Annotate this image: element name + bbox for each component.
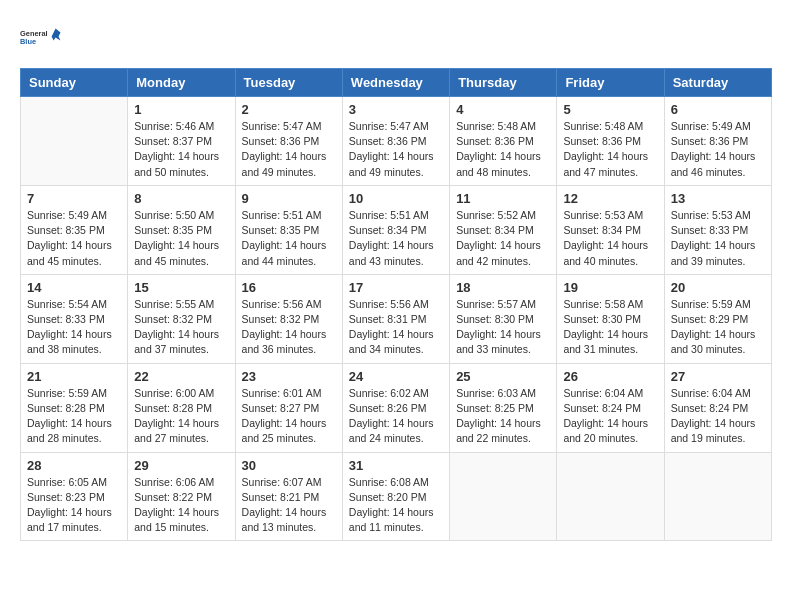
day-number: 26: [563, 369, 657, 384]
calendar-week-1: 1Sunrise: 5:46 AM Sunset: 8:37 PM Daylig…: [21, 97, 772, 186]
calendar-cell: 26Sunrise: 6:04 AM Sunset: 8:24 PM Dayli…: [557, 363, 664, 452]
day-number: 18: [456, 280, 550, 295]
day-info: Sunrise: 5:51 AM Sunset: 8:34 PM Dayligh…: [349, 208, 443, 269]
calendar-header-thursday: Thursday: [450, 69, 557, 97]
day-number: 9: [242, 191, 336, 206]
day-info: Sunrise: 5:57 AM Sunset: 8:30 PM Dayligh…: [456, 297, 550, 358]
day-info: Sunrise: 5:56 AM Sunset: 8:32 PM Dayligh…: [242, 297, 336, 358]
day-info: Sunrise: 6:03 AM Sunset: 8:25 PM Dayligh…: [456, 386, 550, 447]
day-info: Sunrise: 5:53 AM Sunset: 8:33 PM Dayligh…: [671, 208, 765, 269]
calendar-cell: 16Sunrise: 5:56 AM Sunset: 8:32 PM Dayli…: [235, 274, 342, 363]
day-info: Sunrise: 5:50 AM Sunset: 8:35 PM Dayligh…: [134, 208, 228, 269]
day-info: Sunrise: 5:49 AM Sunset: 8:36 PM Dayligh…: [671, 119, 765, 180]
logo-svg: General Blue: [20, 16, 62, 58]
day-number: 8: [134, 191, 228, 206]
svg-text:Blue: Blue: [20, 37, 36, 46]
day-info: Sunrise: 6:04 AM Sunset: 8:24 PM Dayligh…: [671, 386, 765, 447]
day-info: Sunrise: 5:52 AM Sunset: 8:34 PM Dayligh…: [456, 208, 550, 269]
day-number: 12: [563, 191, 657, 206]
day-info: Sunrise: 6:02 AM Sunset: 8:26 PM Dayligh…: [349, 386, 443, 447]
day-number: 24: [349, 369, 443, 384]
calendar-cell: 21Sunrise: 5:59 AM Sunset: 8:28 PM Dayli…: [21, 363, 128, 452]
day-number: 25: [456, 369, 550, 384]
day-number: 2: [242, 102, 336, 117]
day-info: Sunrise: 5:47 AM Sunset: 8:36 PM Dayligh…: [349, 119, 443, 180]
day-number: 7: [27, 191, 121, 206]
day-info: Sunrise: 5:47 AM Sunset: 8:36 PM Dayligh…: [242, 119, 336, 180]
day-info: Sunrise: 5:59 AM Sunset: 8:29 PM Dayligh…: [671, 297, 765, 358]
day-info: Sunrise: 6:06 AM Sunset: 8:22 PM Dayligh…: [134, 475, 228, 536]
calendar-cell: 17Sunrise: 5:56 AM Sunset: 8:31 PM Dayli…: [342, 274, 449, 363]
calendar-cell: 3Sunrise: 5:47 AM Sunset: 8:36 PM Daylig…: [342, 97, 449, 186]
calendar-cell: 6Sunrise: 5:49 AM Sunset: 8:36 PM Daylig…: [664, 97, 771, 186]
day-info: Sunrise: 5:51 AM Sunset: 8:35 PM Dayligh…: [242, 208, 336, 269]
day-number: 31: [349, 458, 443, 473]
calendar-cell: 15Sunrise: 5:55 AM Sunset: 8:32 PM Dayli…: [128, 274, 235, 363]
day-info: Sunrise: 6:08 AM Sunset: 8:20 PM Dayligh…: [349, 475, 443, 536]
calendar-header-wednesday: Wednesday: [342, 69, 449, 97]
calendar-cell: 25Sunrise: 6:03 AM Sunset: 8:25 PM Dayli…: [450, 363, 557, 452]
calendar-cell: 11Sunrise: 5:52 AM Sunset: 8:34 PM Dayli…: [450, 185, 557, 274]
day-info: Sunrise: 6:04 AM Sunset: 8:24 PM Dayligh…: [563, 386, 657, 447]
day-number: 6: [671, 102, 765, 117]
day-number: 4: [456, 102, 550, 117]
day-info: Sunrise: 6:07 AM Sunset: 8:21 PM Dayligh…: [242, 475, 336, 536]
calendar-header-saturday: Saturday: [664, 69, 771, 97]
day-info: Sunrise: 5:48 AM Sunset: 8:36 PM Dayligh…: [456, 119, 550, 180]
calendar-table: SundayMondayTuesdayWednesdayThursdayFrid…: [20, 68, 772, 541]
calendar-cell: 10Sunrise: 5:51 AM Sunset: 8:34 PM Dayli…: [342, 185, 449, 274]
day-number: 15: [134, 280, 228, 295]
calendar-cell: 14Sunrise: 5:54 AM Sunset: 8:33 PM Dayli…: [21, 274, 128, 363]
day-number: 13: [671, 191, 765, 206]
calendar-cell: 28Sunrise: 6:05 AM Sunset: 8:23 PM Dayli…: [21, 452, 128, 541]
calendar-cell: 20Sunrise: 5:59 AM Sunset: 8:29 PM Dayli…: [664, 274, 771, 363]
header: General Blue: [20, 16, 772, 58]
calendar-header-row: SundayMondayTuesdayWednesdayThursdayFrid…: [21, 69, 772, 97]
calendar-week-4: 21Sunrise: 5:59 AM Sunset: 8:28 PM Dayli…: [21, 363, 772, 452]
calendar-cell: 12Sunrise: 5:53 AM Sunset: 8:34 PM Dayli…: [557, 185, 664, 274]
day-number: 3: [349, 102, 443, 117]
day-info: Sunrise: 5:58 AM Sunset: 8:30 PM Dayligh…: [563, 297, 657, 358]
calendar-week-2: 7Sunrise: 5:49 AM Sunset: 8:35 PM Daylig…: [21, 185, 772, 274]
day-info: Sunrise: 6:05 AM Sunset: 8:23 PM Dayligh…: [27, 475, 121, 536]
calendar-week-3: 14Sunrise: 5:54 AM Sunset: 8:33 PM Dayli…: [21, 274, 772, 363]
day-number: 30: [242, 458, 336, 473]
calendar-cell: [450, 452, 557, 541]
calendar-cell: 9Sunrise: 5:51 AM Sunset: 8:35 PM Daylig…: [235, 185, 342, 274]
day-number: 10: [349, 191, 443, 206]
day-number: 28: [27, 458, 121, 473]
calendar-header-friday: Friday: [557, 69, 664, 97]
calendar-header-sunday: Sunday: [21, 69, 128, 97]
day-info: Sunrise: 5:56 AM Sunset: 8:31 PM Dayligh…: [349, 297, 443, 358]
day-number: 20: [671, 280, 765, 295]
calendar-cell: 13Sunrise: 5:53 AM Sunset: 8:33 PM Dayli…: [664, 185, 771, 274]
calendar-cell: 7Sunrise: 5:49 AM Sunset: 8:35 PM Daylig…: [21, 185, 128, 274]
day-info: Sunrise: 5:48 AM Sunset: 8:36 PM Dayligh…: [563, 119, 657, 180]
calendar-cell: 31Sunrise: 6:08 AM Sunset: 8:20 PM Dayli…: [342, 452, 449, 541]
calendar-cell: 23Sunrise: 6:01 AM Sunset: 8:27 PM Dayli…: [235, 363, 342, 452]
calendar-cell: 27Sunrise: 6:04 AM Sunset: 8:24 PM Dayli…: [664, 363, 771, 452]
calendar-cell: 1Sunrise: 5:46 AM Sunset: 8:37 PM Daylig…: [128, 97, 235, 186]
calendar-cell: 4Sunrise: 5:48 AM Sunset: 8:36 PM Daylig…: [450, 97, 557, 186]
day-info: Sunrise: 6:00 AM Sunset: 8:28 PM Dayligh…: [134, 386, 228, 447]
svg-text:General: General: [20, 29, 48, 38]
calendar-header-tuesday: Tuesday: [235, 69, 342, 97]
day-number: 19: [563, 280, 657, 295]
calendar-cell: 8Sunrise: 5:50 AM Sunset: 8:35 PM Daylig…: [128, 185, 235, 274]
day-number: 1: [134, 102, 228, 117]
calendar-cell: 2Sunrise: 5:47 AM Sunset: 8:36 PM Daylig…: [235, 97, 342, 186]
day-info: Sunrise: 5:54 AM Sunset: 8:33 PM Dayligh…: [27, 297, 121, 358]
calendar-cell: [664, 452, 771, 541]
calendar-cell: 30Sunrise: 6:07 AM Sunset: 8:21 PM Dayli…: [235, 452, 342, 541]
day-number: 14: [27, 280, 121, 295]
day-number: 16: [242, 280, 336, 295]
day-number: 29: [134, 458, 228, 473]
day-info: Sunrise: 5:53 AM Sunset: 8:34 PM Dayligh…: [563, 208, 657, 269]
svg-marker-2: [52, 29, 61, 41]
day-number: 21: [27, 369, 121, 384]
calendar-cell: 18Sunrise: 5:57 AM Sunset: 8:30 PM Dayli…: [450, 274, 557, 363]
calendar-cell: [557, 452, 664, 541]
day-number: 23: [242, 369, 336, 384]
calendar-cell: 19Sunrise: 5:58 AM Sunset: 8:30 PM Dayli…: [557, 274, 664, 363]
day-info: Sunrise: 6:01 AM Sunset: 8:27 PM Dayligh…: [242, 386, 336, 447]
